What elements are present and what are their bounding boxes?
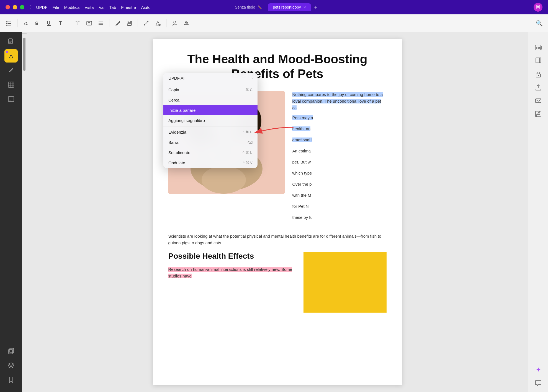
menu-barra-shortcut: ⌫ bbox=[248, 140, 253, 144]
right-upload-icon[interactable] bbox=[532, 81, 544, 94]
sidebar-bookmark-icon[interactable] bbox=[4, 373, 18, 386]
svg-rect-38 bbox=[9, 349, 12, 354]
toolbar-text-outline-icon[interactable]: T bbox=[73, 19, 82, 28]
svg-text:U: U bbox=[47, 21, 50, 25]
right-chat-icon[interactable] bbox=[532, 377, 544, 389]
right-page-icon[interactable] bbox=[532, 55, 544, 67]
context-menu: UPDF AI › Copia ⌘ C Cerca Inizia a parla… bbox=[163, 73, 258, 168]
svg-rect-16 bbox=[128, 24, 131, 25]
main-layout: The Health and Mood-Boosting Benefits of… bbox=[0, 32, 548, 392]
svg-point-21 bbox=[174, 21, 176, 23]
menu-copia-shortcut: ⌘ C bbox=[245, 88, 253, 92]
yellow-box bbox=[303, 252, 387, 313]
minimize-button[interactable] bbox=[13, 5, 17, 9]
toolbar-strikethrough-icon[interactable]: S bbox=[33, 19, 42, 28]
research-highlight: Research on human-animal interactions is… bbox=[168, 267, 292, 278]
section-title: Possible Health Effects bbox=[168, 252, 297, 261]
toolbar-text-box-icon[interactable]: T bbox=[85, 19, 94, 28]
toolbar-line-icon[interactable] bbox=[142, 19, 151, 28]
toolbar-shape-icon[interactable] bbox=[153, 19, 162, 28]
toolbar-list2-icon[interactable] bbox=[96, 19, 105, 28]
tab-close-icon[interactable]: ✕ bbox=[303, 5, 306, 9]
menu-item-copia[interactable]: Copia ⌘ C bbox=[163, 85, 258, 95]
menu-app-name[interactable]: UPDF bbox=[36, 5, 48, 10]
svg-rect-2 bbox=[6, 23, 7, 24]
svg-point-60 bbox=[538, 75, 539, 76]
sidebar-table-icon[interactable] bbox=[4, 78, 18, 91]
paragraph-emotional: emotional i bbox=[292, 137, 387, 143]
menu-file[interactable]: File bbox=[52, 5, 59, 10]
toolbar-divider-5 bbox=[166, 19, 166, 27]
tab-active[interactable]: pets report-copy ✕ bbox=[268, 3, 311, 11]
tab-inactive[interactable]: Senza titolo ✏️ bbox=[230, 3, 267, 11]
toolbar-stamp-icon[interactable] bbox=[182, 19, 191, 28]
menu-item-ondulato[interactable]: Ondulato ^ ⌘ V bbox=[163, 158, 258, 168]
menu-copia-label: Copia bbox=[168, 87, 245, 92]
right-sparkle-icon[interactable]: ✦ bbox=[532, 364, 544, 376]
toolbar-highlight-icon[interactable] bbox=[21, 19, 30, 28]
menu-divider-2 bbox=[163, 126, 258, 126]
svg-rect-61 bbox=[536, 99, 541, 103]
svg-text:OCR: OCR bbox=[536, 47, 541, 49]
tab-active-label: pets report-copy bbox=[273, 5, 301, 9]
menu-item-evidenzia[interactable]: Evidenzia ^ ⌘ H bbox=[163, 127, 258, 137]
paragraph-which: which type bbox=[292, 170, 387, 176]
toolbar-pen-icon[interactable] bbox=[113, 19, 122, 28]
tab-add-icon[interactable]: ＋ bbox=[313, 4, 318, 11]
sidebar-highlight-icon[interactable] bbox=[4, 49, 18, 63]
document-scroll[interactable]: The Health and Mood-Boosting Benefits of… bbox=[27, 32, 528, 392]
right-lock-icon[interactable] bbox=[532, 68, 544, 80]
menu-item-cerca[interactable]: Cerca bbox=[163, 95, 258, 105]
sidebar-layers-icon[interactable] bbox=[4, 359, 18, 372]
menu-aiuto[interactable]: Aiuto bbox=[141, 5, 150, 10]
sidebar-list-icon[interactable] bbox=[4, 92, 18, 106]
traffic-lights bbox=[6, 5, 24, 9]
svg-rect-39 bbox=[10, 348, 14, 353]
menu-item-segnalibro[interactable]: Aggiungi segnalibro bbox=[163, 115, 258, 126]
right-mail-icon[interactable] bbox=[532, 95, 544, 107]
right-save-icon[interactable] bbox=[532, 108, 544, 120]
menu-vai[interactable]: Vai bbox=[99, 5, 105, 10]
menu-inizia-label: Inizia a parlare bbox=[168, 108, 253, 113]
menu-item-updf-ai[interactable]: UPDF AI › bbox=[163, 73, 258, 83]
menu-barra-label: Barra bbox=[168, 140, 248, 145]
maximize-button[interactable] bbox=[20, 5, 24, 9]
sidebar-pages-icon[interactable] bbox=[4, 35, 18, 48]
sidebar-edit-icon[interactable] bbox=[4, 64, 18, 77]
text-content: Nothing compares to the joy of coming ho… bbox=[292, 91, 387, 225]
toolbar-list-icon[interactable] bbox=[4, 19, 13, 28]
menu-tab[interactable]: Tab bbox=[109, 5, 116, 10]
toolbar-person-icon[interactable] bbox=[170, 19, 179, 28]
svg-rect-3 bbox=[8, 23, 11, 24]
svg-rect-29 bbox=[8, 82, 14, 87]
svg-rect-1 bbox=[8, 22, 11, 22]
svg-point-18 bbox=[144, 24, 145, 25]
toolbar-save-icon[interactable] bbox=[125, 19, 134, 28]
paragraph-over: Over the p bbox=[292, 181, 387, 188]
close-button[interactable] bbox=[6, 5, 10, 9]
avatar[interactable]: M bbox=[534, 3, 542, 12]
menu-item-barra[interactable]: Barra ⌫ bbox=[163, 137, 258, 147]
toolbar-underline-icon[interactable]: U bbox=[45, 19, 53, 28]
svg-point-19 bbox=[147, 21, 148, 22]
menu-modifica[interactable]: Modifica bbox=[64, 5, 80, 10]
menu-vista[interactable]: Vista bbox=[84, 5, 94, 10]
svg-text:S: S bbox=[35, 21, 38, 26]
highlighted-paragraph[interactable]: Nothing compares to the joy of coming ho… bbox=[292, 91, 387, 111]
paragraph-estimate: An estima bbox=[292, 148, 387, 154]
toolbar-text-icon[interactable]: T bbox=[56, 19, 65, 28]
active-dot bbox=[6, 51, 8, 53]
menu-finestra[interactable]: Finestra bbox=[121, 5, 136, 10]
right-ocr-icon[interactable]: OCR bbox=[532, 41, 544, 54]
sidebar-bottom bbox=[4, 344, 18, 389]
scrollbar-thumb[interactable] bbox=[23, 38, 25, 71]
left-sidebar bbox=[0, 32, 22, 392]
toolbar-divider-2 bbox=[69, 19, 69, 27]
sidebar-copy-icon[interactable] bbox=[4, 344, 18, 358]
paragraph-these: these by fu bbox=[292, 214, 387, 221]
menu-item-inizia-parlare[interactable]: Inizia a parlare bbox=[163, 105, 258, 115]
paragraph-with: with the M bbox=[292, 192, 387, 199]
toolbar-search-icon[interactable]: 🔍 bbox=[535, 19, 544, 28]
scrollbar[interactable] bbox=[22, 32, 27, 392]
menu-item-sottolineato[interactable]: Sottolineato ^ ⌘ U bbox=[163, 147, 258, 158]
